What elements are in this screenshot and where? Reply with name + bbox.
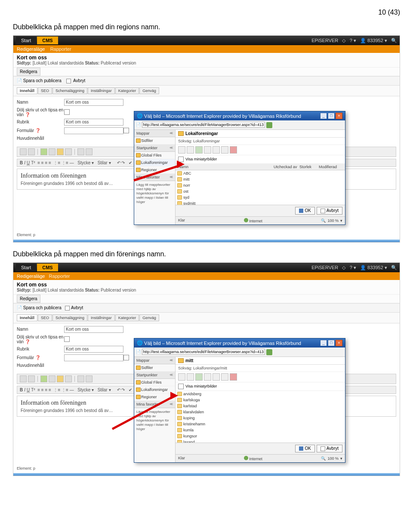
status-klar: Klar <box>178 218 185 223</box>
go-button[interactable] <box>266 122 272 128</box>
right-title: Lokalforeningar <box>185 131 218 136</box>
maximize-button[interactable]: □ <box>328 113 335 119</box>
mode-reports[interactable]: Rapporter <box>50 46 71 52</box>
checkbox-dolj[interactable] <box>64 109 70 115</box>
instruction-2: Dubbelklicka på mappen med din förenings… <box>13 250 400 258</box>
content-tabs: InnehållSEOSchemaläggningInställningarKa… <box>13 86 400 96</box>
label-huvud: Huvudinnehåll <box>17 136 64 141</box>
folder-item[interactable]: laxand <box>176 439 345 443</box>
sidebar-sidfiler[interactable]: Sidfiler <box>134 137 175 145</box>
tab-innehåll[interactable]: Innehåll <box>17 314 37 321</box>
folder-item[interactable]: syd <box>176 194 345 200</box>
folder-icon <box>178 131 184 136</box>
epi-logo: EPiSERVER <box>311 38 338 43</box>
folder-item[interactable]: ost <box>176 188 345 194</box>
close-button[interactable]: × <box>336 113 342 119</box>
red-arrow <box>134 175 185 183</box>
red-arrow <box>112 424 164 432</box>
url-input[interactable] <box>142 122 265 128</box>
tab-inställningar[interactable]: Inställningar <box>88 87 115 94</box>
input-formular[interactable] <box>64 127 123 134</box>
folder-item[interactable]: mitt <box>176 176 345 182</box>
page-title: Kort om oss <box>17 55 396 61</box>
folder-item[interactable]: kristinehamn <box>176 421 345 427</box>
tab-seo[interactable]: SEO <box>38 314 52 321</box>
label-formular: Formulär ❓ <box>17 128 64 133</box>
redigera-button[interactable]: Redigera <box>17 68 40 76</box>
ie-icon: 🌐 <box>137 113 144 119</box>
folder-item[interactable]: kumla <box>176 427 345 433</box>
cancel-button[interactable]: Avbryt <box>73 78 85 83</box>
instruction-1: Dubbelklicka på mappen med din regions n… <box>13 23 400 31</box>
dialog-title: Välj bild – Microsoft Internet Explorer … <box>144 114 319 119</box>
tab-kategorier[interactable]: Kategorier <box>115 87 139 94</box>
sidebar-lokalforeningar[interactable]: Lokalforeningar <box>134 159 175 166</box>
fav-hint: Lägg till mappfavoriter med hjälp av hög… <box>134 181 175 206</box>
input-rubrik[interactable] <box>64 119 123 126</box>
save-publish-button[interactable]: Spara och publicera <box>23 78 62 83</box>
tab-genväg[interactable]: Genväg <box>139 314 159 321</box>
folder-item[interactable]: karlstad <box>176 403 345 409</box>
folder-item[interactable]: arvidsberg <box>176 391 345 397</box>
input-namn[interactable] <box>64 99 123 106</box>
mode-edit[interactable]: Redigeraläge <box>17 46 45 52</box>
collapse-icon[interactable]: ≪ <box>170 131 173 135</box>
top-bar: Start CMS EPiSERVER ◇ ? ▾ 👤 833952 ▾ 🔍 <box>13 36 400 45</box>
page-number: 10 (43) <box>13 9 400 16</box>
element-path: Element: p <box>17 233 35 237</box>
folder-item[interactable]: kungsor <box>176 433 345 439</box>
file-dialog-1: 🌐 Välj bild – Microsoft Internet Explore… <box>134 111 345 225</box>
sokvag: Sökväg: Lokalforeningar <box>176 138 345 145</box>
mappar-header: Mappar <box>136 131 150 135</box>
start-header: Startpunkter <box>136 146 157 150</box>
page-subtitle: Sidtyp: [Lokalt] Lokal standardsida Stat… <box>17 61 396 65</box>
label-rubrik: Rubrik <box>17 120 64 124</box>
sidebar-globalfiles[interactable]: Global Files <box>134 152 175 159</box>
tab-start[interactable]: Start <box>16 37 36 44</box>
tab-genväg[interactable]: Genväg <box>139 87 159 94</box>
top-bar: Start CMS EPiSERVER ◇ ? ▾ 👤 833952 ▾ 🔍 <box>13 263 400 272</box>
cancel-icon <box>66 79 71 83</box>
taskbar <box>13 240 400 242</box>
label-namn: Namn <box>17 100 64 105</box>
tab-innehåll[interactable]: Innehåll <box>17 87 37 94</box>
tab-schemaläggning[interactable]: Schemaläggning <box>52 314 87 321</box>
mode-bar: Redigeraläge Rapporter <box>13 45 400 53</box>
tab-cms[interactable]: CMS <box>37 37 58 44</box>
dialog-cancel-button[interactable]: Avbryt <box>317 207 342 215</box>
folder-item[interactable]: karlskoga <box>176 397 345 403</box>
folder-item[interactable]: norr <box>176 182 345 188</box>
folder-item[interactable]: koping <box>176 415 345 421</box>
folder-item[interactable]: sydmitt <box>176 200 345 205</box>
tab-kategorier[interactable]: Kategorier <box>115 314 139 321</box>
folder-item[interactable]: ABC <box>176 170 345 176</box>
tab-seo[interactable]: SEO <box>38 87 52 94</box>
tab-schemaläggning[interactable]: Schemaläggning <box>52 87 87 94</box>
folder-item[interactable]: klaralvdalen <box>176 409 345 415</box>
screenshot-2: Start CMS EPiSERVER ◇ ? ▾ 👤 833952 ▾ 🔍 R… <box>13 262 400 476</box>
globe-icon <box>244 218 248 222</box>
screenshot-1: Start CMS EPiSERVER ◇ ? ▾ 👤 833952 ▾ 🔍 R… <box>13 35 400 243</box>
ok-button[interactable]: OK <box>295 207 314 215</box>
minimize-button[interactable]: _ <box>320 113 327 119</box>
tab-inställningar[interactable]: Inställningar <box>88 314 115 321</box>
label-dolj: Dölj skriv ut och tipsa en vän ❓ <box>17 108 64 117</box>
